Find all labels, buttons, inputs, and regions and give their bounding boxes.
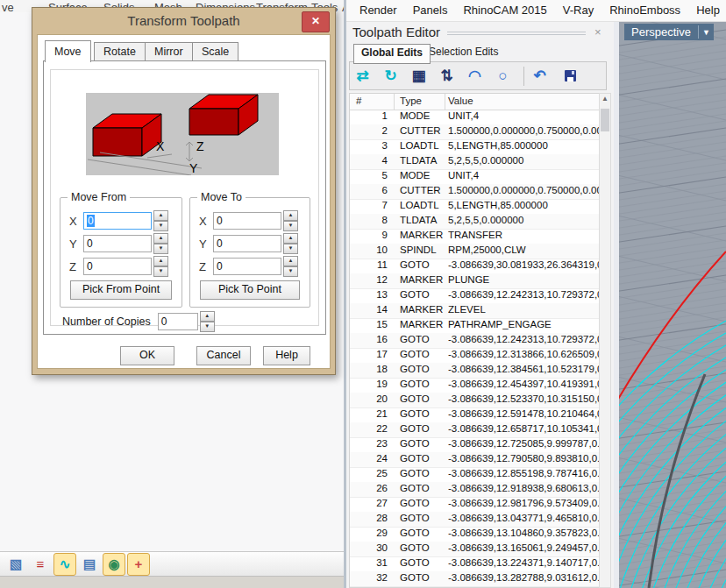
table-row[interactable]: 12MARKERPLUNGE bbox=[350, 273, 599, 289]
undo-button[interactable]: ↶ bbox=[530, 65, 553, 88]
z-levels-button[interactable]: ⇅ bbox=[438, 65, 460, 88]
move-from-x-input[interactable]: 0 bbox=[83, 212, 152, 230]
table-row[interactable]: 31GOTO-3.086639,13.224371,9.140717,0. bbox=[350, 556, 599, 572]
table-row[interactable]: 25GOTO-3.086639,12.855198,9.787416,0. bbox=[350, 467, 599, 483]
table-row[interactable]: 8TLDATA5,2,5,5,0.000000 bbox=[350, 214, 599, 230]
table-row[interactable]: 24GOTO-3.086639,12.790580,9.893810,0. bbox=[350, 452, 599, 468]
table-row[interactable]: 20GOTO-3.086639,12.523370,10.315150,0 bbox=[350, 393, 599, 408]
tab-mirror[interactable]: Mirror bbox=[145, 42, 193, 61]
pick-from-point-button[interactable]: Pick From Point bbox=[70, 280, 172, 300]
move-to-x-stepper[interactable]: ▲▼ bbox=[283, 210, 298, 231]
table-row[interactable]: 10SPINDLRPM,25000,CLW bbox=[350, 244, 599, 259]
tab-global-edits[interactable]: Global Edits bbox=[353, 44, 431, 64]
copies-input[interactable]: 0 bbox=[158, 313, 198, 330]
table-row[interactable]: 28GOTO-3.086639,13.043771,9.465810,0. bbox=[350, 512, 599, 528]
panel-grip[interactable] bbox=[447, 32, 586, 32]
table-row[interactable]: 23GOTO-3.086639,12.725085,9.999787,0. bbox=[350, 437, 599, 453]
move-from-z-stepper[interactable]: ▲▼ bbox=[153, 256, 168, 277]
table-row[interactable]: 21GOTO-3.086639,12.591478,10.210464,0 bbox=[350, 407, 599, 423]
fit-circle-button[interactable]: ○ bbox=[494, 65, 516, 88]
table-row[interactable]: 16GOTO-3.086639,12.242313,10.729372,0 bbox=[350, 333, 599, 349]
table-cell: -3.086639,12.242313,10.729372,0 bbox=[448, 289, 599, 300]
table-row[interactable]: 1MODEUNIT,4 bbox=[350, 110, 599, 125]
scrollbar-thumb[interactable] bbox=[601, 109, 609, 131]
move-from-y-stepper[interactable]: ▲▼ bbox=[153, 233, 168, 254]
table-row[interactable]: 26GOTO-3.086639,12.918938,9.680613,0. bbox=[350, 482, 599, 498]
table-row[interactable]: 14MARKERZLEVEL bbox=[350, 303, 599, 319]
table-row[interactable]: 6CUTTER1.500000,0.000000,0.750000,0.00 bbox=[350, 184, 599, 200]
col-type[interactable]: Type bbox=[400, 96, 422, 106]
save-toolpath-button[interactable] bbox=[559, 65, 581, 88]
help-button[interactable]: Help bbox=[263, 346, 310, 365]
table-row[interactable]: 32GOTO-3.086639,13.282788,9.031612,0. bbox=[350, 571, 599, 587]
table-row[interactable]: 3LOADTL5,LENGTH,85.000000 bbox=[350, 139, 599, 155]
toolpath-glasses-icon: ∿ bbox=[60, 556, 71, 572]
table-row[interactable]: 29GOTO-3.086639,13.104860,9.357823,0. bbox=[350, 527, 599, 542]
move-from-x-stepper[interactable]: ▲▼ bbox=[153, 210, 168, 231]
menu-item-rhinocam-2015[interactable]: RhinoCAM 2015 bbox=[455, 0, 554, 21]
col-number[interactable]: # bbox=[356, 96, 361, 106]
array-toolpath-button[interactable]: ▦ bbox=[409, 65, 432, 88]
rotate-toolpath-button[interactable]: ↻ bbox=[381, 65, 404, 88]
tab-rotate[interactable]: Rotate bbox=[94, 42, 146, 61]
table-cell: 5,2,5,5,0.000000 bbox=[448, 155, 599, 166]
table-row[interactable]: 13GOTO-3.086639,12.242313,10.729372,0 bbox=[350, 288, 599, 304]
move-to-y-stepper[interactable]: ▲▼ bbox=[283, 233, 298, 254]
dialog-body: Move Rotate Mirror Scale bbox=[37, 34, 331, 369]
text-visibility-button[interactable]: ▤ bbox=[78, 553, 101, 576]
move-to-y-input[interactable]: 0 bbox=[213, 235, 281, 252]
table-cell: 14 bbox=[350, 304, 388, 315]
table-row[interactable]: 19GOTO-3.086639,12.454397,10.419391,0 bbox=[350, 378, 599, 393]
table-row[interactable]: 9MARKERTRANSFER bbox=[350, 229, 599, 244]
menu-item-render[interactable]: Render bbox=[352, 0, 405, 21]
machining-objects-button[interactable]: ≡ bbox=[29, 553, 52, 576]
table-scrollbar[interactable]: ▲ bbox=[599, 93, 611, 588]
table-row[interactable]: 7LOADTL5,LENGTH,85.000000 bbox=[350, 199, 599, 215]
table-cell: 6 bbox=[350, 185, 388, 195]
tab-selection-edits[interactable]: Selection Edits bbox=[422, 44, 505, 60]
close-icon[interactable]: ✕ bbox=[302, 11, 330, 32]
transform-toolpath-button[interactable]: ⇄ bbox=[353, 65, 376, 88]
table-cell: 5 bbox=[350, 170, 388, 181]
move-from-z-row: Z 0 ▲▼ bbox=[69, 256, 168, 277]
menu-item-help[interactable]: Help bbox=[688, 0, 726, 21]
viewport-title-dropdown[interactable]: Perspective ▼ bbox=[624, 24, 714, 40]
table-cell: LOADTL bbox=[400, 140, 439, 151]
table-row[interactable]: 27GOTO-3.086639,12.981796,9.573409,0. bbox=[350, 497, 599, 513]
table-row[interactable]: 30GOTO-3.086639,13.165061,9.249457,0. bbox=[350, 542, 599, 557]
move-to-x-input[interactable]: 0 bbox=[213, 212, 281, 230]
table-row[interactable]: 18GOTO-3.086639,12.384561,10.523179,0 bbox=[350, 363, 599, 379]
menu-item-v-ray[interactable]: V-Ray bbox=[555, 0, 601, 21]
copies-stepper[interactable]: ▲▼ bbox=[200, 311, 215, 332]
panel-grip[interactable] bbox=[447, 34, 586, 35]
table-row[interactable]: 22GOTO-3.086639,12.658717,10.105341,0 bbox=[350, 422, 599, 438]
cancel-button[interactable]: Cancel bbox=[196, 346, 251, 365]
pick-to-point-button[interactable]: Pick To Point bbox=[200, 280, 300, 300]
move-from-z-input[interactable]: 0 bbox=[83, 258, 152, 275]
table-cell: GOTO bbox=[400, 334, 430, 344]
move-to-z-stepper[interactable]: ▲▼ bbox=[283, 256, 298, 277]
table-row[interactable]: 17GOTO-3.086639,12.313866,10.626509,0 bbox=[350, 348, 599, 364]
table-row[interactable]: 2CUTTER1.500000,0.000000,0.750000,0.00 bbox=[350, 124, 599, 140]
toolpath-visibility-button[interactable]: ∿ bbox=[53, 553, 76, 576]
menu-item-panels[interactable]: Panels bbox=[405, 0, 456, 21]
stock-visibility-button[interactable]: ▧ bbox=[4, 553, 27, 576]
table-row[interactable]: 11GOTO-3.086639,30.081933,26.364319,0 bbox=[350, 259, 599, 274]
perspective-viewport[interactable]: Perspective ▼ bbox=[614, 22, 726, 588]
menu-item-rhinoemboss[interactable]: RhinoEmboss bbox=[601, 0, 688, 21]
tab-move[interactable]: Move bbox=[45, 40, 91, 62]
table-row[interactable]: 4TLDATA5,2,5,5,0.000000 bbox=[350, 154, 599, 170]
fit-arcs-button[interactable]: ◠ bbox=[466, 65, 488, 88]
col-value[interactable]: Value bbox=[448, 96, 473, 106]
table-row[interactable]: 5MODEUNIT,4 bbox=[350, 169, 599, 185]
ok-button[interactable]: OK bbox=[120, 346, 174, 365]
close-icon[interactable]: × bbox=[594, 25, 601, 39]
scroll-up-icon[interactable]: ▲ bbox=[600, 95, 610, 103]
table-row[interactable]: 15MARKERPATHRAMP_ENGAGE bbox=[350, 318, 599, 334]
move-to-z-input[interactable]: 0 bbox=[213, 258, 281, 275]
axes-visibility-button[interactable]: + bbox=[127, 553, 150, 576]
move-from-y-input[interactable]: 0 bbox=[83, 235, 152, 252]
material-visibility-button[interactable]: ◉ bbox=[103, 553, 125, 576]
tab-scale[interactable]: Scale bbox=[192, 42, 238, 61]
table-cell: -3.086639,12.918938,9.680613,0. bbox=[448, 483, 599, 493]
